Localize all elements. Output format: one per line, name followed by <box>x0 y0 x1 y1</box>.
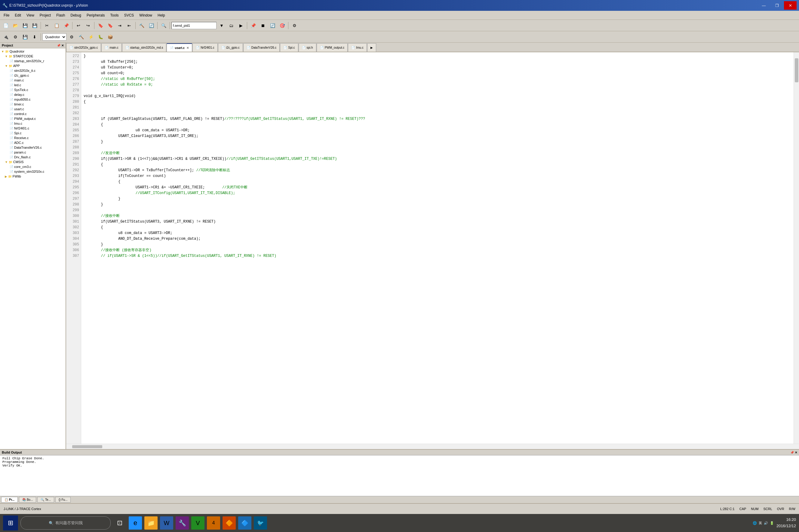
app1-icon[interactable]: V <box>191 516 204 530</box>
tab-usart-c[interactable]: 📄usart.c✕ <box>167 43 192 52</box>
build-button[interactable]: 🔨 <box>137 21 146 30</box>
tree-item-param.c[interactable]: 📄 param.c <box>0 150 66 155</box>
rebuild-button[interactable]: 🔄 <box>147 21 156 30</box>
tree-item-delay.c[interactable]: 📄 delay.c <box>0 92 66 97</box>
redo-button[interactable]: ↪ <box>84 21 93 30</box>
debug-button[interactable]: ▶ <box>236 21 246 30</box>
function-dropdown[interactable]: ▼ <box>217 21 226 30</box>
panel-tab-3[interactable]: {} Fu... <box>55 497 71 502</box>
menu-item-edit[interactable]: Edit <box>12 12 23 18</box>
tab-DataTransferV26-c[interactable]: 📄DataTransferV26.c <box>243 43 280 52</box>
indent-button[interactable]: ⇥ <box>115 21 124 30</box>
tab-PWM_output-c[interactable]: 📄PWM_output.c <box>317 43 348 52</box>
tree-item-systick.c[interactable]: 📄 SysTick.c <box>0 88 66 92</box>
cut-button[interactable]: ✂ <box>42 21 51 30</box>
taskview-button[interactable]: ⊡ <box>113 516 126 530</box>
menu-item-window[interactable]: Window <box>137 12 155 18</box>
menu-item-view[interactable]: View <box>24 12 37 18</box>
pin-button[interactable]: 📌 <box>249 21 258 30</box>
menu-item-tools[interactable]: Tools <box>108 12 121 18</box>
menu-item-help[interactable]: Help <box>155 12 167 18</box>
load-button[interactable]: ⬇ <box>30 33 39 41</box>
panel-tab-1[interactable]: 📚 Bo... <box>19 497 36 502</box>
undo-button[interactable]: ↩ <box>74 21 83 30</box>
panel-tab-0[interactable]: 📋 Pr... <box>1 497 18 502</box>
tree-item-nrf24l01.c[interactable]: 📄 Nrf24l01.c <box>0 126 66 131</box>
tree-item-app[interactable]: ▼ 📁 APP <box>0 63 66 68</box>
tab-Imu-c[interactable]: 📄Imu.c <box>348 43 367 52</box>
copy-button[interactable]: 📋 <box>52 21 61 30</box>
config-button[interactable]: ⚙ <box>11 33 20 41</box>
port-button[interactable]: 🔌 <box>1 33 10 41</box>
tree-item-i2c_gpio.c[interactable]: 📄 i2c_gpio.c <box>0 73 66 78</box>
code-editor[interactable]: 2722732742752762772782792802812822832842… <box>66 52 799 444</box>
reset-button[interactable]: 🔄 <box>268 21 277 30</box>
new-file-button[interactable]: 📄 <box>1 21 10 30</box>
manage-btn[interactable]: ⚙ <box>67 33 76 41</box>
bookmark2-button[interactable]: 🔖 <box>106 21 114 30</box>
app3-icon[interactable]: 🔶 <box>222 516 236 530</box>
save-all-button[interactable]: 💾 <box>30 21 39 30</box>
tree-item-led.c[interactable]: 📄 led.c <box>0 82 66 88</box>
taskbar-search[interactable]: 🔍 有问题尽管问我 <box>20 516 111 530</box>
search-button[interactable]: 🔍 <box>159 21 168 30</box>
panel-tab-2[interactable]: 🔍 Te... <box>37 497 54 502</box>
start-button[interactable]: ⊞ <box>3 515 18 531</box>
tab-spi-h[interactable]: 📄spi.h <box>298 43 316 52</box>
settings-button[interactable]: ⚙ <box>290 21 299 30</box>
stop-button[interactable]: ⏹ <box>258 21 267 30</box>
build2-button[interactable]: 🔨 <box>77 33 86 41</box>
menu-item-project[interactable]: Project <box>37 12 53 18</box>
mem-button[interactable]: 💾 <box>20 33 30 41</box>
target-button[interactable]: 🎯 <box>277 21 287 30</box>
dbg-button[interactable]: 🐛 <box>96 33 105 41</box>
code-content[interactable]: } u8 TxBuffer[256]; u8 TxCounter=0; u8 c… <box>81 52 794 444</box>
close-button[interactable]: ✕ <box>784 1 797 10</box>
tree-item-startup_stm32f10x_r[interactable]: 📄 startup_stm32f10x_r <box>0 59 66 63</box>
tree-item-stm32f10x_it.c[interactable]: 📄 stm32f10x_it.c <box>0 68 66 73</box>
tree-item-startcode[interactable]: ▼ 📁 STARTCODE <box>0 54 66 59</box>
tree-item-control.c[interactable]: 📄 control.c <box>0 111 66 116</box>
maximize-button[interactable]: ❐ <box>771 1 783 10</box>
tree-item-system_stm32f10x.c[interactable]: 📄 system_stm32f10x.c <box>0 169 66 174</box>
menu-item-file[interactable]: File <box>1 12 12 18</box>
tree-item-drv_flash.c[interactable]: 📄 Drv_flash.c <box>0 155 66 159</box>
tree-item-adc.c[interactable]: 📄 ADC.c <box>0 140 66 145</box>
tree-item-quadrotor[interactable]: ▼ 📁 Quadrotor <box>0 49 66 54</box>
menu-item-peripherals[interactable]: Peripherals <box>84 12 107 18</box>
tree-item-mpu6050.c[interactable]: 📄 mpu6050.c <box>0 97 66 102</box>
menu-item-svcs[interactable]: SVCS <box>122 12 137 18</box>
app4-icon[interactable]: 🔷 <box>238 516 251 530</box>
editor-scrollbar[interactable] <box>794 52 799 444</box>
tree-item-core_cm3.c[interactable]: 📄 core_cm3.c <box>0 164 66 169</box>
vs-icon[interactable]: 🔧 <box>176 516 189 530</box>
function-input[interactable] <box>171 22 217 29</box>
tree-item-pwm_output.c[interactable]: 📄 PWM_output.c <box>0 116 66 121</box>
tab-startup_stm32f10x_md-s[interactable]: 📄startup_stm32f10x_md.s <box>122 43 167 52</box>
tree-item-timer.c[interactable]: 📄 timer.c <box>0 102 66 107</box>
tree-item-usart.c[interactable]: 📄 usart.c <box>0 107 66 111</box>
project-dropdown[interactable]: Quadrotor <box>42 33 67 41</box>
explorer-icon[interactable]: 📁 <box>144 516 158 530</box>
tree-item-imu.c[interactable]: 📄 Imu.c <box>0 121 66 126</box>
indent2-button[interactable]: ⇤ <box>125 21 134 30</box>
tree-item-main.c[interactable]: 📄 main.c <box>0 78 66 82</box>
menu-item-debug[interactable]: Debug <box>68 12 84 18</box>
minimize-button[interactable]: — <box>758 1 770 10</box>
horizontal-scrollbar[interactable] <box>66 444 799 449</box>
bookmark-button[interactable]: 🔖 <box>96 21 105 30</box>
save-button[interactable]: 💾 <box>20 21 30 30</box>
word-icon[interactable]: W <box>160 516 173 530</box>
edge-icon[interactable]: e <box>129 516 142 530</box>
paste-button[interactable]: 📌 <box>62 21 71 30</box>
pkg-button[interactable]: 📦 <box>106 33 114 41</box>
app2-icon[interactable]: 4 <box>207 516 220 530</box>
tab-main-c[interactable]: 📄main.c <box>101 43 122 52</box>
func-browse-button[interactable]: 🗂 <box>227 21 236 30</box>
flash-button[interactable]: ⚡ <box>86 33 95 41</box>
tab-Spi-c[interactable]: 📄Spi.c <box>280 43 298 52</box>
tab-stm32f10x_gpio-c[interactable]: 📄stm32f10x_gpio.c <box>66 43 101 52</box>
tree-item-datatransferv26.c[interactable]: 📄 DataTransferV26.c <box>0 145 66 150</box>
tab-Nrf24l01-c[interactable]: 📄Nrf24l01.c <box>193 43 218 52</box>
menu-item-flash[interactable]: Flash <box>54 12 67 18</box>
